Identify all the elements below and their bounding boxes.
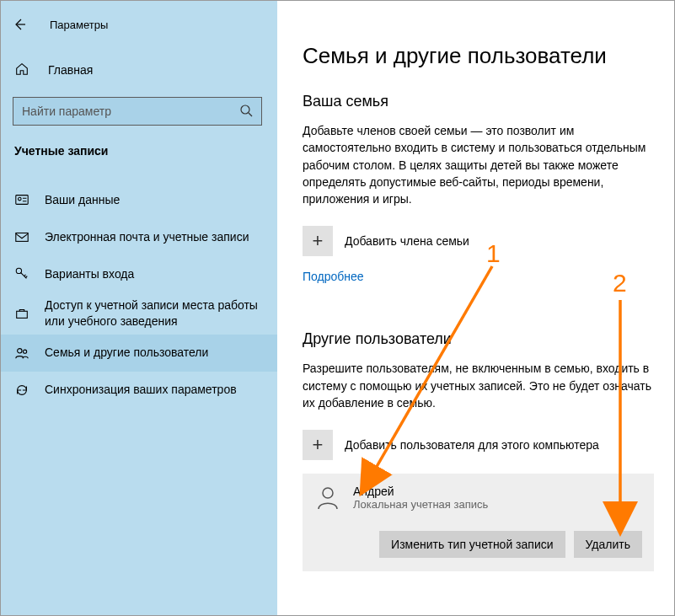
others-section-title: Другие пользователи [303, 330, 654, 348]
titlebar: Параметры [1, 9, 277, 40]
plus-icon: + [303, 226, 333, 256]
user-card-header: Андрей Локальная учетная запись [314, 484, 642, 511]
svg-point-6 [18, 348, 22, 352]
category-heading: Учетные записи [1, 126, 277, 166]
avatar-icon [314, 484, 341, 511]
page-title: Семья и другие пользователи [303, 43, 654, 69]
sidebar: Параметры Главная Учетные записи Ваши да… [1, 1, 277, 615]
svg-point-2 [19, 197, 22, 201]
plus-icon: + [303, 430, 333, 460]
search-box[interactable] [13, 97, 262, 126]
nav-item-work[interactable]: Доступ к учетной записи места работы или… [1, 292, 277, 335]
svg-point-0 [241, 105, 249, 114]
svg-point-8 [323, 488, 333, 498]
home-nav[interactable]: Главная [1, 55, 277, 85]
search-icon [239, 104, 253, 120]
family-section-title: Ваша семья [303, 93, 654, 110]
delete-user-button[interactable]: Удалить [574, 531, 642, 558]
add-other-user-button[interactable]: + Добавить пользователя для этого компью… [303, 430, 654, 460]
nav-item-label: Синхронизация ваших параметров [45, 382, 237, 398]
person-card-icon [14, 192, 29, 207]
nav-item-email[interactable]: Электронная почта и учетные записи [1, 218, 277, 255]
home-label: Главная [48, 63, 93, 77]
main-content: Семья и другие пользователи Ваша семья Д… [277, 1, 674, 615]
back-arrow-icon [13, 18, 26, 31]
home-icon [14, 62, 29, 79]
key-icon [14, 266, 29, 281]
learn-more-link[interactable]: Подробнее [303, 270, 364, 283]
nav-item-your-info[interactable]: Ваши данные [1, 181, 277, 218]
add-family-label: Добавить члена семьи [345, 234, 469, 248]
user-name: Андрей [353, 485, 488, 498]
svg-rect-3 [16, 233, 28, 242]
family-section-desc: Добавьте членов своей семьи — это позвол… [303, 122, 654, 207]
nav-list: Ваши данные Электронная почта и учетные … [1, 181, 277, 409]
user-card[interactable]: Андрей Локальная учетная запись Изменить… [303, 474, 654, 571]
change-account-type-button[interactable]: Изменить тип учетной записи [379, 531, 565, 558]
app-title: Параметры [50, 19, 108, 31]
mail-icon [14, 229, 29, 244]
nav-item-sync[interactable]: Синхронизация ваших параметров [1, 372, 277, 409]
nav-item-label: Семья и другие пользователи [45, 345, 208, 361]
nav-item-label: Электронная почта и учетные записи [45, 229, 249, 245]
annotation-number-2: 2 [613, 269, 627, 297]
nav-item-signin[interactable]: Варианты входа [1, 255, 277, 292]
people-icon [14, 345, 29, 361]
svg-rect-5 [17, 311, 28, 318]
user-type: Локальная учетная запись [353, 498, 488, 511]
briefcase-icon [14, 306, 29, 321]
nav-item-family[interactable]: Семья и другие пользователи [1, 335, 277, 372]
others-section-desc: Разрешите пользователям, не включенным в… [303, 360, 654, 411]
back-button[interactable] [13, 18, 26, 31]
add-other-label: Добавить пользователя для этого компьюте… [345, 438, 599, 452]
svg-point-7 [24, 350, 27, 353]
search-input[interactable] [22, 104, 239, 118]
sync-icon [14, 383, 29, 398]
nav-item-label: Варианты входа [45, 266, 134, 282]
nav-item-label: Ваши данные [45, 192, 120, 208]
svg-rect-1 [16, 196, 28, 205]
nav-item-label: Доступ к учетной записи места работы или… [45, 297, 260, 329]
add-family-member-button[interactable]: + Добавить члена семьи [303, 226, 654, 256]
